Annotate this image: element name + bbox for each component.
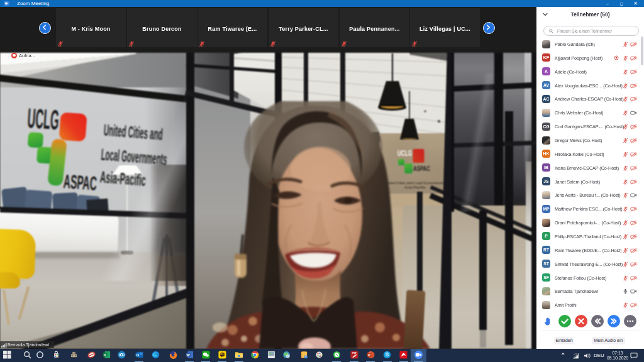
svg-text:ASPAC: ASPAC (63, 170, 97, 195)
svg-text:United Cities and: United Cities and (103, 121, 164, 144)
svg-text:Asia-Pacific: Asia-Pacific (99, 167, 147, 190)
svg-text:UCLG: UCLG (26, 102, 60, 135)
svg-text:Local Governments: Local Governments (101, 145, 168, 168)
